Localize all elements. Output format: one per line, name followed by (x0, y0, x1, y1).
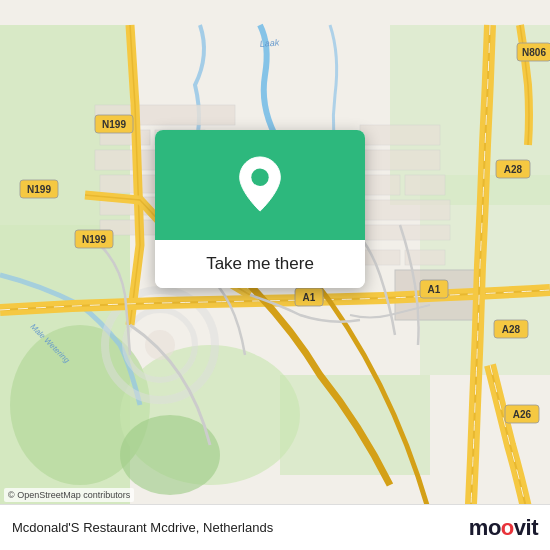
card-header (155, 130, 365, 240)
bottom-bar: Mcdonald'S Restaurant Mcdrive, Netherlan… (0, 504, 550, 550)
svg-rect-12 (100, 175, 160, 193)
map-pin-icon (234, 155, 286, 215)
svg-text:A26: A26 (513, 409, 532, 420)
moovit-logo: moovit (469, 515, 538, 541)
svg-rect-25 (360, 250, 400, 265)
location-card: Take me there (155, 130, 365, 288)
svg-text:N199: N199 (82, 234, 106, 245)
osm-attribution: © OpenStreetMap contributors (4, 488, 134, 502)
map-container: N199 N199 N199 A1 A1 A28 A28 A26 N806 La… (0, 0, 550, 550)
svg-rect-21 (360, 175, 400, 195)
svg-point-50 (251, 169, 268, 186)
svg-rect-22 (405, 175, 445, 195)
svg-text:A28: A28 (502, 324, 521, 335)
button-label: Take me there (206, 254, 314, 274)
location-text: Mcdonald'S Restaurant Mcdrive, Netherlan… (12, 520, 273, 535)
svg-rect-23 (350, 200, 450, 220)
svg-text:N806: N806 (522, 47, 546, 58)
svg-text:N199: N199 (102, 119, 126, 130)
svg-rect-19 (360, 125, 440, 145)
svg-rect-20 (355, 150, 440, 170)
take-me-there-button[interactable]: Take me there (155, 240, 365, 288)
svg-text:Laak: Laak (259, 37, 280, 49)
svg-text:A1: A1 (428, 284, 441, 295)
svg-point-18 (145, 330, 175, 360)
svg-text:N199: N199 (27, 184, 51, 195)
svg-text:A28: A28 (504, 164, 523, 175)
svg-text:A1: A1 (303, 292, 316, 303)
